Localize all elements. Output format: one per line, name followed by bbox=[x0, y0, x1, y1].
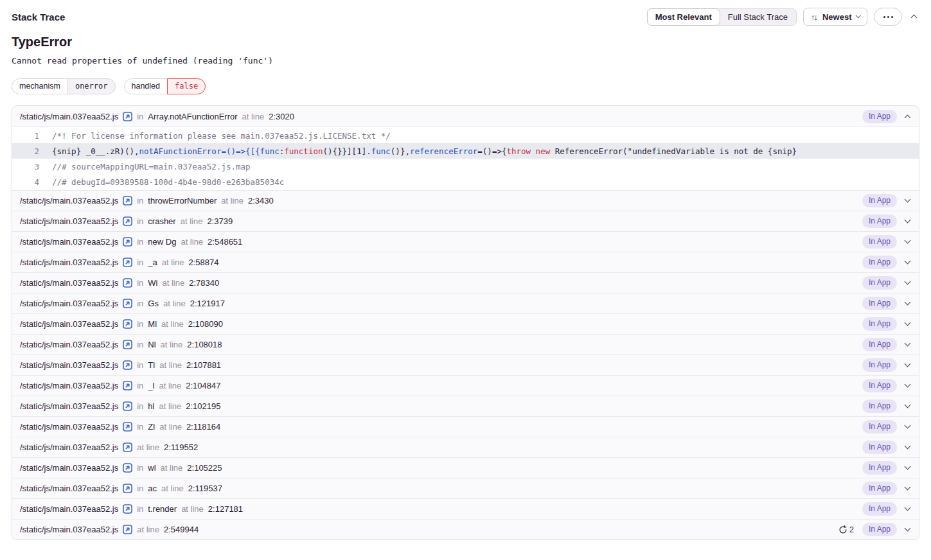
chevron-down-icon[interactable] bbox=[905, 217, 911, 223]
frame-at-line-label: at line bbox=[159, 381, 181, 390]
chevron-down-icon[interactable] bbox=[905, 279, 911, 285]
external-link-icon[interactable] bbox=[123, 525, 132, 534]
stack-frame-row[interactable]: /static/js/main.037eaa52.js in Nl at lin… bbox=[12, 334, 919, 354]
chevron-up-icon[interactable] bbox=[905, 114, 911, 121]
chevron-down-icon[interactable] bbox=[905, 258, 911, 265]
error-message: Cannot read properties of undefined (rea… bbox=[12, 56, 919, 66]
frame-in-label: in bbox=[137, 340, 143, 349]
sort-newest-button[interactable]: ↑↓ Newest bbox=[803, 8, 867, 26]
frame-line: 2:108018 bbox=[187, 340, 222, 349]
collapse-section-button[interactable] bbox=[909, 10, 919, 24]
frame-in-label: in bbox=[137, 422, 143, 432]
stack-frame-row[interactable]: /static/js/main.037eaa52.js in _a at lin… bbox=[12, 252, 919, 272]
more-options-button[interactable] bbox=[874, 8, 902, 26]
external-link-icon[interactable] bbox=[123, 278, 132, 288]
external-link-icon[interactable] bbox=[123, 442, 132, 452]
external-link-icon[interactable] bbox=[123, 422, 132, 432]
frame-at-line-label: at line bbox=[242, 112, 265, 121]
toggle-full-stack-trace[interactable]: Full Stack Trace bbox=[720, 9, 796, 25]
frame-function: Tl bbox=[148, 360, 155, 370]
frame-right-controls: In App bbox=[862, 379, 910, 392]
frame-path: /static/js/main.037eaa52.js bbox=[20, 381, 118, 390]
frame-path: /static/js/main.037eaa52.js bbox=[20, 278, 118, 288]
chevron-down-icon[interactable] bbox=[905, 381, 911, 388]
external-link-icon[interactable] bbox=[123, 484, 132, 493]
external-link-icon[interactable] bbox=[123, 360, 132, 370]
frame-in-label: in bbox=[137, 319, 143, 329]
in-app-badge: In App bbox=[862, 276, 897, 290]
stack-frame-row[interactable]: /static/js/main.037eaa52.js in crasher a… bbox=[12, 211, 919, 231]
frame-function: _l bbox=[148, 381, 154, 390]
external-link-icon[interactable] bbox=[123, 299, 132, 308]
frame-in-label: in bbox=[137, 258, 143, 267]
frame-line: 2:119537 bbox=[188, 484, 222, 493]
repeat-count: 2 bbox=[849, 525, 854, 534]
in-app-badge: In App bbox=[862, 297, 897, 310]
frame-at-line-label: at line bbox=[159, 360, 182, 370]
ellipsis-icon bbox=[882, 16, 894, 18]
header-controls: Most Relevant Full Stack Trace ↑↓ Newest bbox=[647, 8, 919, 26]
stack-frame-row[interactable]: /static/js/main.037eaa52.js in new Dg at… bbox=[12, 231, 919, 252]
frame-right-controls: In App bbox=[862, 276, 910, 290]
chevron-down-icon[interactable] bbox=[905, 361, 911, 367]
line-content: //# debugId=09389588-100d-4b4e-98d0-e263… bbox=[52, 177, 284, 187]
frame-in-label: in bbox=[137, 196, 143, 206]
line-number: 2 bbox=[12, 146, 52, 156]
external-link-icon[interactable] bbox=[123, 319, 132, 329]
frame-in-label: in bbox=[137, 360, 143, 370]
toggle-most-relevant[interactable]: Most Relevant bbox=[647, 8, 720, 26]
external-link-icon[interactable] bbox=[123, 381, 132, 390]
frame-function: Array.notAFunctionError bbox=[148, 112, 237, 121]
chevron-down-icon[interactable] bbox=[905, 505, 911, 511]
chevron-down-icon[interactable] bbox=[905, 464, 911, 470]
stack-frame-row[interactable]: /static/js/main.037eaa52.js at line 2:11… bbox=[12, 437, 919, 457]
frame-line: 2:104847 bbox=[186, 381, 220, 390]
frame-at-line-label: at line bbox=[221, 196, 244, 206]
stack-frame-row[interactable]: /static/js/main.037eaa52.js in Gs at lin… bbox=[12, 293, 919, 313]
stack-frame-row[interactable]: /static/js/main.037eaa52.js in hl at lin… bbox=[12, 396, 919, 416]
frame-line: 2:102195 bbox=[186, 401, 220, 411]
frame-at-line-label: at line bbox=[161, 340, 183, 349]
tag-handled[interactable]: handledfalse bbox=[124, 78, 206, 94]
chevron-down-icon[interactable] bbox=[905, 299, 911, 306]
chevron-down-icon[interactable] bbox=[905, 238, 911, 244]
stack-frame-row[interactable]: /static/js/main.037eaa52.js in ac at lin… bbox=[12, 478, 919, 498]
frame-at-line-label: at line bbox=[137, 525, 159, 534]
stack-frame-row[interactable]: /static/js/main.037eaa52.js in Wi at lin… bbox=[12, 272, 919, 293]
chevron-down-icon[interactable] bbox=[905, 402, 911, 408]
external-link-icon[interactable] bbox=[123, 112, 132, 121]
frame-line: 2:118164 bbox=[186, 422, 220, 432]
chevron-down-icon[interactable] bbox=[905, 525, 911, 532]
external-link-icon[interactable] bbox=[123, 340, 132, 349]
stack-frame-row[interactable]: /static/js/main.037eaa52.js in Tl at lin… bbox=[12, 354, 919, 375]
external-link-icon[interactable] bbox=[123, 463, 132, 473]
chevron-down-icon[interactable] bbox=[905, 484, 911, 491]
stack-frame-row[interactable]: /static/js/main.037eaa52.js in throwErro… bbox=[12, 190, 919, 211]
chevron-down-icon[interactable] bbox=[905, 423, 911, 429]
frame-at-line-label: at line bbox=[137, 442, 159, 452]
chevron-down-icon[interactable] bbox=[905, 197, 911, 203]
external-link-icon[interactable] bbox=[123, 237, 132, 247]
external-link-icon[interactable] bbox=[123, 401, 132, 411]
chevron-down-icon[interactable] bbox=[905, 340, 911, 347]
stack-frame-row[interactable]: /static/js/main.037eaa52.js at line 2:54… bbox=[12, 519, 919, 539]
tag-list: mechanismonerror handledfalse bbox=[12, 78, 919, 94]
frame-function: throwErrorNumber bbox=[148, 196, 217, 206]
stack-frame-row[interactable]: /static/js/main.037eaa52.js in wl at lin… bbox=[12, 457, 919, 478]
error-type: TypeError bbox=[12, 35, 919, 49]
external-link-icon[interactable] bbox=[123, 504, 132, 514]
chevron-down-icon[interactable] bbox=[905, 443, 911, 450]
stack-frame-row[interactable]: /static/js/main.037eaa52.js in _l at lin… bbox=[12, 375, 919, 396]
frame-in-label: in bbox=[137, 278, 143, 288]
code-line: 2 {snip} _0__.zR)(),notAFunctionError=()… bbox=[12, 143, 919, 159]
stack-frame-row[interactable]: /static/js/main.037eaa52.js in Ml at lin… bbox=[12, 313, 919, 334]
stack-frame-row[interactable]: /static/js/main.037eaa52.js in t.render … bbox=[12, 498, 919, 519]
stack-frame-row[interactable]: /static/js/main.037eaa52.js in Array.not… bbox=[12, 106, 919, 127]
frame-line: 2:108090 bbox=[188, 319, 223, 329]
external-link-icon[interactable] bbox=[123, 216, 132, 226]
external-link-icon[interactable] bbox=[123, 196, 132, 206]
stack-frame-row[interactable]: /static/js/main.037eaa52.js in Zl at lin… bbox=[12, 416, 919, 437]
external-link-icon[interactable] bbox=[123, 258, 132, 267]
chevron-down-icon[interactable] bbox=[905, 320, 911, 326]
tag-mechanism[interactable]: mechanismonerror bbox=[12, 78, 116, 94]
